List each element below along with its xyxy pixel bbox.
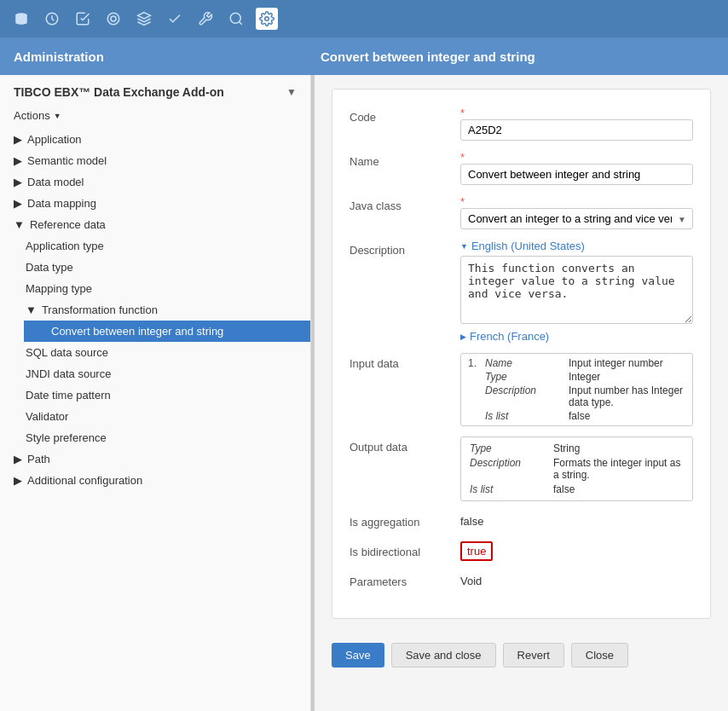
tri-icon: ▼ xyxy=(14,218,25,231)
actions-menu[interactable]: Actions ▼ xyxy=(0,106,310,129)
layers-icon[interactable] xyxy=(133,8,155,30)
app-title-arrow[interactable]: ▼ xyxy=(286,86,297,98)
desc-lang-en-toggle[interactable]: ▼ English (United States) xyxy=(460,240,693,252)
form-row-is-bidirectional: Is bidirectional true xyxy=(350,541,693,561)
code-label: Code xyxy=(350,107,460,124)
sidebar-item-convert-integer-string[interactable]: Convert between integer and string xyxy=(24,321,310,342)
save-and-close-button[interactable]: Save and close xyxy=(391,643,496,668)
sidebar-item-additional-configuration[interactable]: ▶ Additional configuration xyxy=(0,470,310,491)
svg-line-6 xyxy=(239,21,241,24)
is-aggregation-label: Is aggregation xyxy=(350,512,460,529)
form-row-input-data: Input data 1. NameInput integer number T… xyxy=(350,353,693,426)
required-star: * xyxy=(460,107,465,119)
tool-icon[interactable] xyxy=(194,8,217,30)
desc-lang-fr-label: French (France) xyxy=(470,330,549,343)
name-value-wrapper: * xyxy=(460,151,693,185)
name-label: Name xyxy=(350,151,460,168)
is-aggregation-value: false xyxy=(460,512,693,531)
java-class-label: Java class xyxy=(350,195,460,212)
is-aggregation-value-wrapper: false xyxy=(460,512,693,531)
form-row-code: Code * xyxy=(350,107,693,141)
parameters-value: Void xyxy=(460,571,693,591)
desc-lang-en-label: English (United States) xyxy=(471,240,585,252)
svg-point-5 xyxy=(230,13,240,23)
tri-icon: ▶ xyxy=(14,176,22,188)
sidebar-item-path[interactable]: ▶ Path xyxy=(0,448,310,470)
sidebar-item-sql-data-source[interactable]: SQL data source xyxy=(12,342,310,363)
description-value-wrapper: ▼ English (United States) This function … xyxy=(460,240,693,343)
java-class-select-wrapper: Convert an integer to a string and vice … xyxy=(460,208,693,229)
sidebar: TIBCO EBX™ Data Exchange Add-on ▼ Action… xyxy=(0,75,311,711)
is-bidirectional-label: Is bidirectional xyxy=(350,541,460,558)
sidebar-item-date-time-pattern[interactable]: Date time pattern xyxy=(12,384,310,406)
sidebar-item-application[interactable]: ▶ Application xyxy=(0,129,310,150)
sidebar-item-reference-data[interactable]: ▼ Reference data xyxy=(0,214,310,235)
buttons-bar: Save Save and close Revert Close xyxy=(332,633,711,671)
output-data-label: Output data xyxy=(350,436,460,454)
form-row-parameters: Parameters Void xyxy=(350,571,693,591)
sidebar-item-application-type[interactable]: Application type xyxy=(12,235,310,257)
app-title: TIBCO EBX™ Data Exchange Add-on ▼ xyxy=(0,75,310,106)
check-icon[interactable] xyxy=(164,8,186,30)
tri-icon: ▶ xyxy=(14,474,22,487)
code-input[interactable] xyxy=(460,119,693,141)
desc-lang-fr-toggle[interactable]: ▶ French (France) xyxy=(460,330,693,343)
output-data-value-wrapper: TypeString DescriptionFormats the intege… xyxy=(460,436,693,501)
desc-textarea[interactable]: This function converts an integer value … xyxy=(460,256,693,324)
input-data-table: 1. NameInput integer number TypeInteger … xyxy=(460,353,693,426)
java-class-select[interactable]: Convert an integer to a string and vice … xyxy=(460,208,693,229)
svg-point-3 xyxy=(111,16,116,21)
sidebar-item-mapping-type[interactable]: Mapping type xyxy=(12,278,310,299)
tri-icon: ▼ xyxy=(26,303,37,316)
sidebar-item-style-preference[interactable]: Style preference xyxy=(12,427,310,448)
parameters-value-wrapper: Void xyxy=(460,571,693,591)
admin-label: Administration xyxy=(14,49,321,64)
tri-icon: ▶ xyxy=(14,154,22,167)
content-area: Code * Name * Java class * xyxy=(315,75,728,711)
database-icon[interactable] xyxy=(10,8,32,30)
revert-button[interactable]: Revert xyxy=(503,643,564,668)
sidebar-item-data-model[interactable]: ▶ Data model xyxy=(0,171,310,193)
code-value-wrapper: * xyxy=(460,107,693,141)
reference-data-children: Application type Data type Mapping type … xyxy=(0,235,310,448)
form-row-name: Name * xyxy=(350,151,693,185)
parameters-label: Parameters xyxy=(350,571,460,588)
tri-icon: ▶ xyxy=(14,197,22,210)
required-star: * xyxy=(460,195,465,208)
page-title: Convert between integer and string xyxy=(321,49,535,64)
is-bidirectional-value-wrapper: true xyxy=(460,541,693,561)
sidebar-item-transformation-function[interactable]: ▼ Transformation function xyxy=(12,299,310,321)
sidebar-item-semantic-model[interactable]: ▶ Semantic model xyxy=(0,150,310,171)
description-label: Description xyxy=(350,240,460,257)
tasks-icon[interactable] xyxy=(72,8,94,30)
form-row-java-class: Java class * Convert an integer to a str… xyxy=(350,195,693,229)
top-toolbar xyxy=(0,0,728,38)
close-button[interactable]: Close xyxy=(571,643,628,668)
output-data-table: TypeString DescriptionFormats the intege… xyxy=(460,436,693,501)
tri-icon: ▶ xyxy=(14,133,22,146)
input-data-value-wrapper: 1. NameInput integer number TypeInteger … xyxy=(460,353,693,426)
actions-arrow-icon: ▼ xyxy=(54,112,61,120)
is-bidirectional-value: true xyxy=(460,541,493,561)
required-star: * xyxy=(460,151,465,164)
sidebar-item-jndi-data-source[interactable]: JNDI data source xyxy=(12,363,310,384)
input-data-label: Input data xyxy=(350,353,460,370)
clock-icon[interactable] xyxy=(41,8,63,30)
desc-lang-fr-tri-icon: ▶ xyxy=(460,332,466,341)
sidebar-item-validator[interactable]: Validator xyxy=(12,406,310,427)
java-class-value-wrapper: * Convert an integer to a string and vic… xyxy=(460,195,693,229)
settings-icon[interactable] xyxy=(256,8,278,30)
sidebar-item-data-type[interactable]: Data type xyxy=(12,257,310,278)
name-input[interactable] xyxy=(460,164,693,185)
save-button[interactable]: Save xyxy=(332,643,384,668)
sidebar-item-data-mapping[interactable]: ▶ Data mapping xyxy=(0,193,310,214)
form-container: Code * Name * Java class * xyxy=(332,89,711,619)
svg-point-7 xyxy=(265,17,269,21)
search-icon[interactable] xyxy=(225,8,247,30)
form-row-description: Description ▼ English (United States) Th… xyxy=(350,240,693,343)
table-row: 1. NameInput integer number TypeInteger … xyxy=(461,354,692,425)
header-bar: Administration Convert between integer a… xyxy=(0,38,728,75)
circle-icon[interactable] xyxy=(102,8,124,30)
desc-lang-tri-icon: ▼ xyxy=(460,242,468,251)
form-row-is-aggregation: Is aggregation false xyxy=(350,512,693,531)
